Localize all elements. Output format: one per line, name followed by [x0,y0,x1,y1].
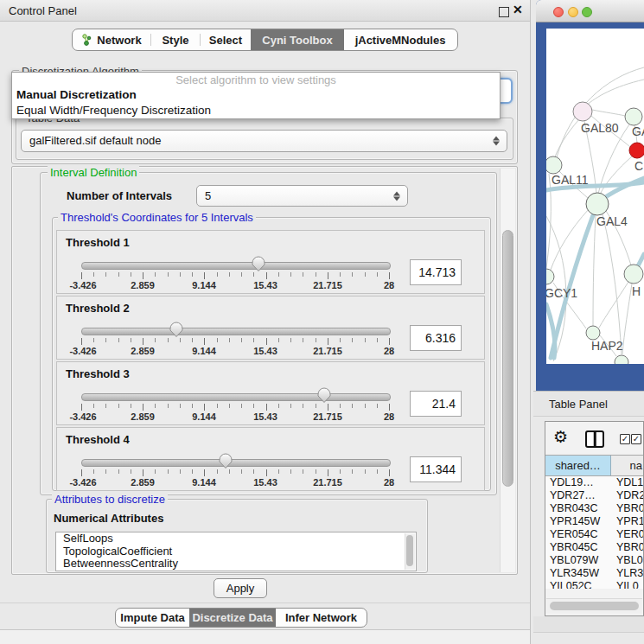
node-partial-bottom[interactable] [615,355,628,364]
tick-label: -3.426 [69,280,96,290]
combo-arrows-icon [493,137,500,146]
horizontal-scrollbar[interactable] [546,598,642,613]
network-canvas[interactable]: GAL80 GA C GAL11 GAL4 GCY1 H HAP2 [546,29,644,364]
list-item-selfloops[interactable]: SelfLoops [56,532,416,545]
number-of-intervals-combobox[interactable]: 5 [196,185,408,207]
tick-label: -3.426 [69,346,96,356]
threshold-4-panel: Threshold 4 -3.426 2.859 9.144 15.43 21.… [56,427,485,491]
vertical-scrollbar[interactable] [500,169,515,572]
node-label-gal11: GAL11 [552,173,589,187]
node-hap2[interactable] [586,326,600,340]
thresholds-group: Threshold's Coordinates for 5 Intervals … [52,217,491,491]
table-toolbar: ⚙ ✓ ✓ [545,422,643,455]
tick-label: 9.144 [192,477,216,488]
table-row[interactable]: YBL079WYBL0 [545,554,643,567]
threshold-1-value-field[interactable]: 14.713 [410,259,462,285]
tab-discretize-data[interactable]: Discretize Data [189,609,276,627]
column-header-shared[interactable]: shared… [545,456,611,475]
network-graph: GAL80 GA C GAL11 GAL4 GCY1 H HAP2 [546,29,644,364]
table-row[interactable]: YDL19…YDL1 [545,476,643,489]
list-scrollbar[interactable] [405,533,415,570]
node-h[interactable] [624,265,643,284]
tick-label: 28 [384,477,394,488]
node-label-gcy1: GCY1 [546,286,577,300]
table-data-value: galFiltered.sif default node [29,134,161,147]
tab-select[interactable]: Select [201,29,251,50]
dropdown-hint: Select algorithm to view settings [12,73,500,87]
table-panel: ⚙ ✓ ✓ shared… na YDL19…YDL1 YDR27…YDR2 Y… [545,421,644,616]
numerical-attributes-label: Numerical Attributes [54,512,163,525]
node-ga[interactable] [625,108,642,125]
table-row[interactable]: YLR345WYLR3 [545,567,643,580]
checkbox-icon[interactable]: ✓ [631,434,641,444]
dropdown-item-manual-discretization[interactable]: Manual Discretization [12,87,500,103]
threshold-4-slider[interactable] [81,459,391,467]
node-selected-red[interactable] [629,143,644,158]
threshold-2-value-field[interactable]: 6.316 [410,325,462,351]
tick-label: 21.715 [313,477,342,488]
table-row[interactable]: YDR27…YDR2 [545,489,643,502]
settings-scroll-panel: Interval Definition Number of Intervals … [11,166,518,575]
dropdown-item-equal-width-frequency[interactable]: Equal Width/Frequency Discretization [12,103,500,118]
interval-definition-group: Interval Definition Number of Intervals … [40,172,497,495]
divider [0,603,530,603]
tab-cyni-toolbox[interactable]: Cyni Toolbox [251,29,344,50]
combo-arrows-icon [393,191,400,201]
control-panel-tabs: Network Style Select Cyni Toolbox jActiv… [72,29,458,51]
horizontal-scrollbar-thumb[interactable] [550,602,639,610]
tab-infer-network[interactable]: Infer Network [276,609,367,627]
threshold-3-panel: Threshold 3 -3.426 2.859 9.144 15.43 21.… [56,361,485,425]
table-row[interactable]: YBR045CYBR0 [545,541,643,554]
tab-impute-data[interactable]: Impute Data [116,609,189,627]
control-panel-titlebar: Control Panel ✕ [0,0,530,22]
table-data-combobox[interactable]: galFiltered.sif default node [21,130,507,152]
close-icon[interactable]: ✕ [513,3,523,16]
threshold-2-slider[interactable] [81,328,391,335]
node-gal11[interactable] [546,156,562,174]
column-header-name[interactable]: na [611,456,643,475]
vertical-scrollbar-thumb[interactable] [502,230,513,487]
table-row[interactable]: YIL052CYIL0 [545,580,643,589]
table-panel-title: Table Panel [549,398,608,411]
tick-label: 2.859 [131,477,155,488]
tick-label: 9.144 [192,411,216,422]
list-item-betweennesscentrality[interactable]: BetweennessCentrality [56,558,416,571]
table-row[interactable]: YPR145WYPR1 [545,515,643,528]
checkbox-icon[interactable]: ✓ [620,434,630,444]
minimize-traffic-light-icon[interactable] [568,7,578,17]
threshold-4-slider-thumb[interactable] [218,452,233,469]
threshold-3-value-field[interactable]: 21.4 [410,391,462,417]
list-item-topologicalcoefficient[interactable]: TopologicalCoefficient [56,545,416,558]
list-scrollbar-thumb[interactable] [406,535,413,566]
zoom-traffic-light-icon[interactable] [582,7,592,17]
node-gal4[interactable] [586,193,609,215]
threshold-3-slider[interactable] [81,393,391,401]
attributes-group: Attributes to discretize Numerical Attri… [46,499,428,573]
node-label-gal80: GAL80 [581,121,619,135]
tick-label: 2.859 [131,280,155,290]
table-row[interactable]: YBR043CYBR0 [545,502,643,515]
tab-style[interactable]: Style [151,29,200,50]
threshold-4-value-field[interactable]: 11.344 [410,456,462,482]
interval-definition-title: Interval Definition [48,166,139,179]
numerical-attributes-list: SelfLoops TopologicalCoefficient Between… [55,532,417,571]
node-gal80[interactable] [573,102,592,121]
float-window-icon[interactable] [499,7,509,17]
close-traffic-light-icon[interactable] [553,7,564,17]
apply-button[interactable]: Apply [214,578,267,598]
node-gcy1[interactable] [546,269,554,284]
tick-label: 28 [384,411,394,422]
tab-jactivemnodules[interactable]: jActiveMNodules [344,29,456,50]
threshold-1-panel: Threshold 1 -3.426 2.859 9.144 15.43 21.… [56,230,485,294]
table-row[interactable]: YER054CYER0 [545,528,643,541]
threshold-1-slider-thumb[interactable] [251,255,266,272]
network-window: GAL80 GA C GAL11 GAL4 GCY1 H HAP2 [536,0,644,391]
threshold-3-slider-thumb[interactable] [316,386,332,404]
threshold-1-slider[interactable] [81,262,391,270]
gear-icon[interactable]: ⚙ [553,427,568,447]
tick-label: 15.43 [253,346,277,356]
tick-label: 28 [384,280,394,290]
threshold-2-slider-thumb[interactable] [169,321,184,338]
tab-network[interactable]: Network [73,29,150,50]
columns-icon[interactable] [585,430,604,448]
